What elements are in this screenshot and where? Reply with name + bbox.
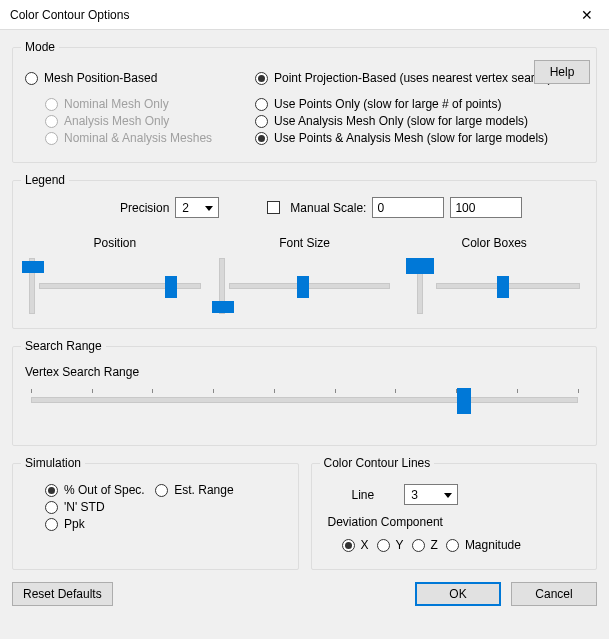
radio-nominal-and-analysis: Nominal & Analysis Meshes	[45, 131, 225, 145]
scale-min-input[interactable]: 0	[372, 197, 444, 218]
close-button[interactable]: ✕	[564, 0, 609, 30]
slider-colorboxes: Color Boxes	[408, 236, 580, 314]
window-title: Color Contour Options	[10, 8, 564, 22]
radio-n-std[interactable]: 'N' STD	[45, 500, 155, 514]
radio-analysis-mesh-only-left: Analysis Mesh Only	[45, 114, 225, 128]
precision-select[interactable]: 2	[175, 197, 219, 218]
fontsize-vertical-slider[interactable]	[219, 258, 225, 314]
radio-est-range[interactable]: Est. Range	[155, 483, 285, 497]
dialog-content: Mode Help Mesh Position-Based Point Proj…	[0, 30, 609, 639]
radio-point-projection-based[interactable]: Point Projection-Based (uses nearest ver…	[255, 71, 551, 85]
manual-scale-label: Manual Scale:	[290, 201, 366, 215]
manual-scale-checkbox[interactable]	[267, 201, 280, 214]
radio-dev-y[interactable]: Y	[377, 538, 404, 552]
position-vertical-slider[interactable]	[29, 258, 35, 314]
precision-label: Precision	[120, 201, 169, 215]
radio-use-points-only[interactable]: Use Points Only (slow for large # of poi…	[255, 97, 584, 111]
radio-dev-x[interactable]: X	[342, 538, 369, 552]
search-range-legend: Search Range	[21, 339, 106, 353]
radio-mesh-position-based[interactable]: Mesh Position-Based	[25, 71, 225, 85]
vertex-search-range-slider[interactable]	[25, 385, 584, 431]
radio-ppk[interactable]: Ppk	[45, 517, 155, 531]
radio-dev-magnitude[interactable]: Magnitude	[446, 538, 521, 552]
slider-position: Position	[29, 236, 201, 314]
colorboxes-horizontal-slider[interactable]	[436, 283, 580, 289]
vertex-search-range-label: Vertex Search Range	[25, 365, 584, 379]
slider-fontsize: Font Size	[219, 236, 391, 314]
ok-button[interactable]: OK	[415, 582, 501, 606]
radio-use-points-and-mesh[interactable]: Use Points & Analysis Mesh (slow for lar…	[255, 131, 584, 145]
mode-group: Mode Help Mesh Position-Based Point Proj…	[12, 40, 597, 163]
radio-nominal-mesh-only: Nominal Mesh Only	[45, 97, 225, 111]
help-button[interactable]: Help	[534, 60, 590, 84]
mode-legend: Mode	[21, 40, 59, 54]
cancel-button[interactable]: Cancel	[511, 582, 597, 606]
color-contour-lines-group: Color Contour Lines Line 3 Deviation Com…	[311, 456, 598, 570]
titlebar: Color Contour Options ✕	[0, 0, 609, 30]
fontsize-horizontal-slider[interactable]	[229, 283, 391, 289]
deviation-component-label: Deviation Component	[328, 515, 585, 529]
radio-pct-out-of-spec[interactable]: % Out of Spec.	[45, 483, 155, 497]
scale-max-input[interactable]: 100	[450, 197, 522, 218]
legend-legend: Legend	[21, 173, 69, 187]
legend-group: Legend Precision 2 Manual Scale: 0 100 P…	[12, 173, 597, 329]
simulation-group: Simulation % Out of Spec. 'N' STD Ppk	[12, 456, 299, 570]
simulation-legend: Simulation	[21, 456, 85, 470]
radio-dev-z[interactable]: Z	[412, 538, 438, 552]
colorboxes-vertical-slider[interactable]	[408, 258, 432, 314]
line-select[interactable]: 3	[404, 484, 458, 505]
line-label: Line	[352, 488, 375, 502]
radio-use-analysis-mesh-only[interactable]: Use Analysis Mesh Only (slow for large m…	[255, 114, 584, 128]
position-horizontal-slider[interactable]	[39, 283, 201, 289]
reset-defaults-button[interactable]: Reset Defaults	[12, 582, 113, 606]
search-range-group: Search Range Vertex Search Range	[12, 339, 597, 446]
ccl-legend: Color Contour Lines	[320, 456, 435, 470]
